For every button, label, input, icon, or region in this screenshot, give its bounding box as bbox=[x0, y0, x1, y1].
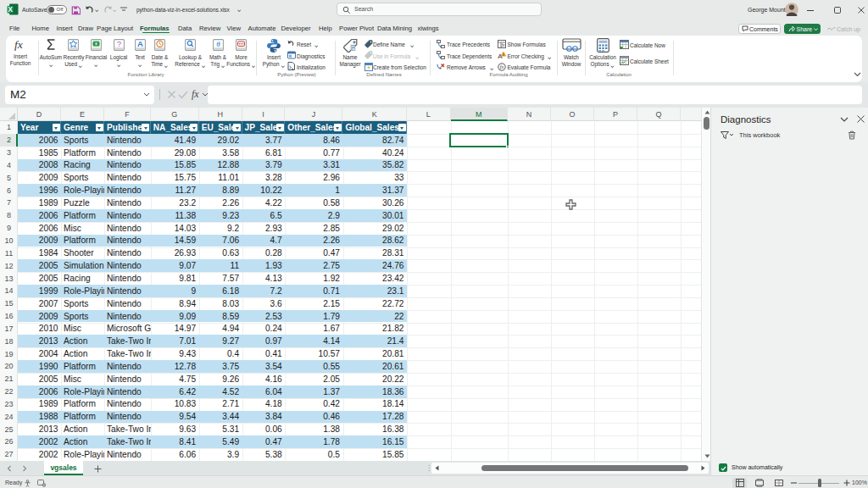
svg-text:?: ? bbox=[117, 39, 121, 48]
svg-text:fx: fx bbox=[14, 38, 23, 51]
svg-text:A: A bbox=[137, 39, 143, 48]
svg-text:fx: fx bbox=[192, 88, 199, 100]
svg-text:fx: fx bbox=[502, 42, 506, 47]
svg-text:θ: θ bbox=[216, 40, 220, 48]
svg-text:X: X bbox=[8, 5, 13, 14]
svg-text:fx: fx bbox=[500, 64, 504, 69]
